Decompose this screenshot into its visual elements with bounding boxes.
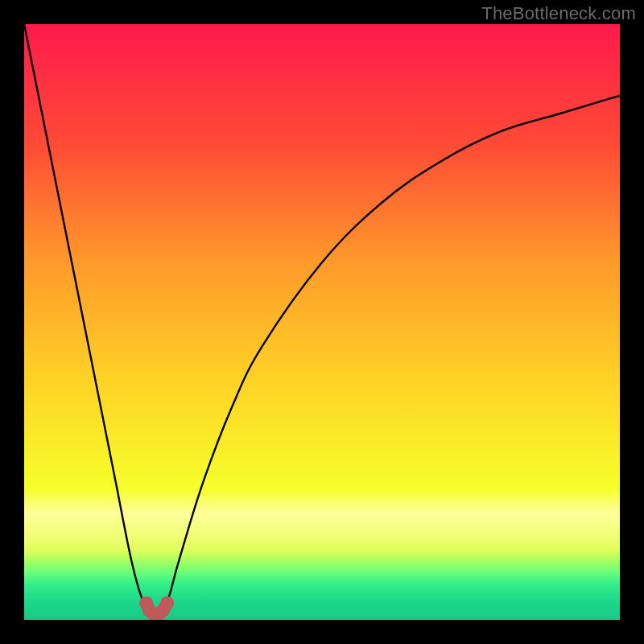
curves-layer [24,24,620,620]
plot-area [24,24,620,620]
chart-frame: TheBottleneck.com [0,0,644,644]
svg-point-6 [160,597,174,610]
bottleneck-curve [24,24,620,620]
watermark-text: TheBottleneck.com [481,3,636,24]
minimum-marker [139,597,174,620]
